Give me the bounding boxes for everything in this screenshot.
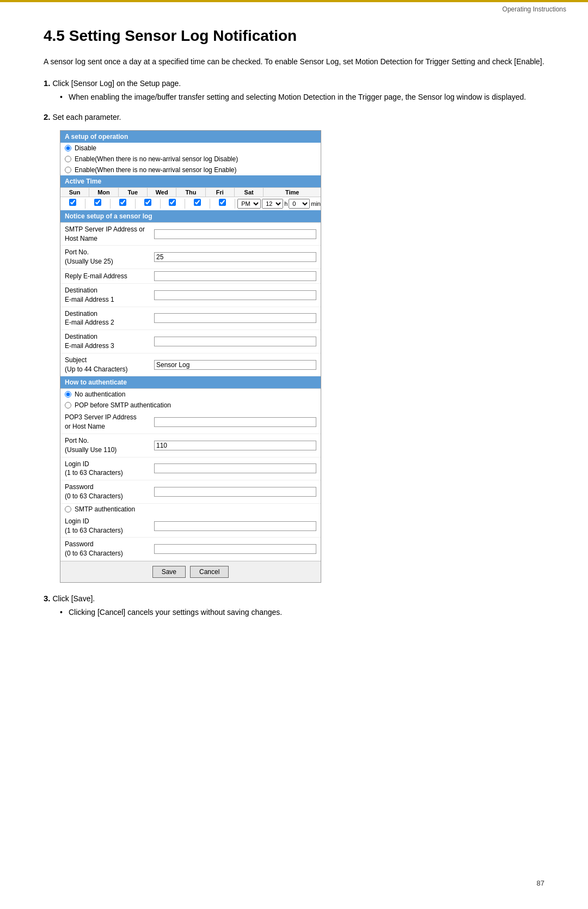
cb-sat[interactable] xyxy=(219,199,226,206)
time-min-select[interactable]: 0 153045 xyxy=(289,199,310,209)
pop3-login-label: Login ID(1 to 63 Characters) xyxy=(65,460,152,478)
radio-disable: Disable xyxy=(60,143,321,154)
pop3-port-input[interactable] xyxy=(154,441,316,450)
field-smtp-login: Login ID(1 to 63 Characters) xyxy=(60,515,321,538)
day-tue-header: Tue xyxy=(119,188,148,197)
radio-smtp-auth-label: SMTP authentication xyxy=(75,505,135,513)
cb-sun[interactable] xyxy=(69,199,76,206)
pop3-password-label: Password(0 to 63 Characters) xyxy=(65,483,152,501)
subject-input[interactable] xyxy=(154,360,316,370)
cb-thu[interactable] xyxy=(169,199,176,206)
radio-no-auth: No authentication xyxy=(60,389,321,400)
radio-enable1-input[interactable] xyxy=(65,156,71,162)
radio-no-auth-input[interactable] xyxy=(65,391,71,398)
step3-bullet-1: Clicking [Cancel] cancels your settings … xyxy=(60,606,544,618)
step2-number: 2. xyxy=(44,112,51,121)
cb-fri[interactable] xyxy=(194,199,201,206)
email1-input[interactable] xyxy=(154,290,316,300)
email2-label: DestinationE-mail Address 2 xyxy=(65,309,152,328)
cb-wed[interactable] xyxy=(144,199,151,206)
email3-input[interactable] xyxy=(154,337,316,346)
smtp-login-input[interactable] xyxy=(154,521,316,531)
email2-input[interactable] xyxy=(154,313,316,323)
radio-smtp-auth-input[interactable] xyxy=(65,506,71,513)
pop3-server-input[interactable] xyxy=(154,417,316,427)
time-h-label: h xyxy=(284,200,287,207)
field-subject: Subject(Up to 44 Characters) xyxy=(60,353,321,377)
field-smtp-server: SMTP Server IP Address orHost Name xyxy=(60,223,321,246)
day-sun-cell xyxy=(60,199,85,209)
day-wed-header: Wed xyxy=(148,188,176,197)
save-button[interactable]: Save xyxy=(152,566,186,578)
day-wed-cell xyxy=(136,199,161,209)
time-cell: PM AM 12 123 456 789 1011 h 0 153045 xyxy=(235,199,321,209)
smtp-login-label: Login ID(1 to 63 Characters) xyxy=(65,517,152,535)
email1-label: DestinationE-mail Address 1 xyxy=(65,286,152,304)
time-min-label: min xyxy=(311,200,321,207)
field-pop3-port: Port No.(Usually Use 110) xyxy=(60,434,321,457)
header-label: Operating Instructions xyxy=(503,5,566,13)
top-bar: Operating Instructions xyxy=(0,0,588,13)
active-time-header: Active Time xyxy=(60,175,321,187)
radio-pop-input[interactable] xyxy=(65,402,71,408)
email3-label: DestinationE-mail Address 3 xyxy=(65,332,152,351)
radio-pop-label: POP before SMTP authentication xyxy=(75,401,171,409)
pop3-port-label: Port No.(Usually Use 110) xyxy=(65,436,152,455)
step3-text: Click [Save]. xyxy=(52,594,95,603)
pop3-server-label: POP3 Server IP Addressor Host Name xyxy=(65,413,152,431)
page-number: 87 xyxy=(537,879,544,887)
step-2: 2. Set each parameter. xyxy=(44,112,544,121)
radio-smtp-auth: SMTP authentication xyxy=(60,504,321,515)
cb-tue[interactable] xyxy=(119,199,126,206)
sensor-log-form: A setup of operation Disable Enable(When… xyxy=(60,130,321,583)
step1-bullet-1: When enabling the image/buffer transfer … xyxy=(60,91,544,103)
day-sat-header: Sat xyxy=(235,188,264,197)
day-tue-cell xyxy=(111,199,136,209)
page-title: 4.5 Setting Sensor Log Notification xyxy=(44,27,544,45)
save-cancel-row: Save Cancel xyxy=(60,561,321,582)
auth-section: No authentication POP before SMTP authen… xyxy=(60,388,321,561)
cancel-button[interactable]: Cancel xyxy=(190,566,229,578)
field-email1: DestinationE-mail Address 1 xyxy=(60,284,321,307)
step3-number: 3. xyxy=(44,594,51,603)
pop3-password-input[interactable] xyxy=(154,487,316,497)
step3-bullets: Clicking [Cancel] cancels your settings … xyxy=(44,606,544,618)
pop3-login-input[interactable] xyxy=(154,463,316,473)
day-thu-cell xyxy=(161,199,186,209)
step-1: 1. Click [Sensor Log] on the Setup page.… xyxy=(44,78,544,103)
day-sun-header: Sun xyxy=(60,188,89,197)
field-pop3-password: Password(0 to 63 Characters) xyxy=(60,480,321,504)
active-time-grid: Sun Mon Tue Wed Thu Fri Sat Time xyxy=(60,187,321,210)
radio-disable-label: Disable xyxy=(75,144,96,152)
reply-email-label: Reply E-mail Address xyxy=(65,272,152,281)
intro-text: A sensor log sent once a day at a specif… xyxy=(44,56,544,68)
radio-no-auth-label: No authentication xyxy=(75,391,125,398)
field-port-no: Port No.(Usually Use 25) xyxy=(60,246,321,269)
field-email3: DestinationE-mail Address 3 xyxy=(60,330,321,353)
day-fri-header: Fri xyxy=(206,188,235,197)
day-mon-cell xyxy=(85,199,111,209)
smtp-server-input[interactable] xyxy=(154,229,316,239)
field-reply-email: Reply E-mail Address xyxy=(60,269,321,284)
subject-label: Subject(Up to 44 Characters) xyxy=(65,356,152,374)
smtp-password-input[interactable] xyxy=(154,544,316,554)
port-no-input[interactable] xyxy=(154,252,316,262)
reply-email-input[interactable] xyxy=(154,271,316,281)
smtp-server-label: SMTP Server IP Address orHost Name xyxy=(65,225,152,243)
field-pop3-login: Login ID(1 to 63 Characters) xyxy=(60,457,321,481)
field-pop3-server: POP3 Server IP Addressor Host Name xyxy=(60,411,321,434)
radio-disable-input[interactable] xyxy=(65,145,71,151)
operation-header: A setup of operation xyxy=(60,131,321,143)
day-thu-header: Thu xyxy=(176,188,205,197)
time-ampm-select[interactable]: PM AM xyxy=(237,199,261,209)
day-header-row: Sun Mon Tue Wed Thu Fri Sat Time xyxy=(60,188,321,197)
day-fri-cell xyxy=(185,199,210,209)
smtp-password-label: Password(0 to 63 Characters) xyxy=(65,540,152,558)
time-header: Time xyxy=(264,188,321,197)
day-sat-cell xyxy=(210,199,235,209)
cb-mon[interactable] xyxy=(94,199,101,206)
radio-enable2-input[interactable] xyxy=(65,167,71,173)
step1-text: Click [Sensor Log] on the Setup page. xyxy=(52,79,181,88)
time-hour-select[interactable]: 12 123 456 789 1011 xyxy=(262,199,283,209)
radio-enable1-label: Enable(When there is no new-arrival sens… xyxy=(75,155,238,163)
